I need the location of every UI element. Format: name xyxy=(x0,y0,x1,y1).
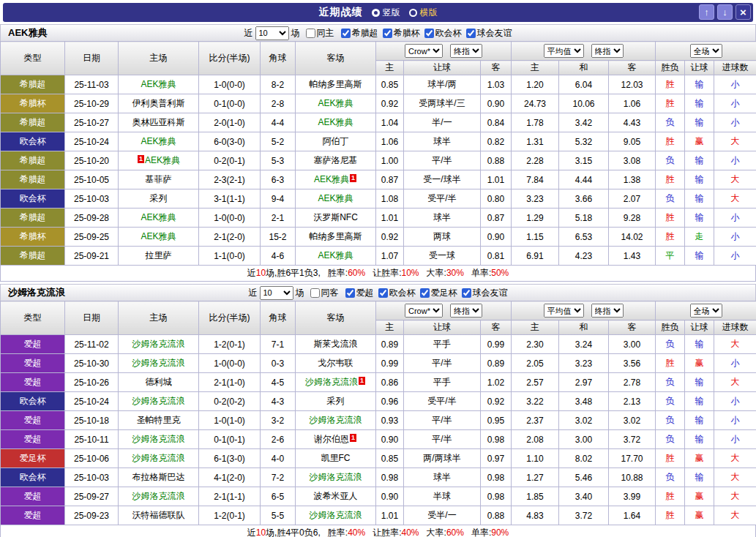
away-team-cell[interactable]: 帕纳多里高斯 xyxy=(296,75,376,94)
section-team-1: 沙姆洛克流浪 近 10 场 同客 爱超欧会杯爱足杯球会友谊 类型 日期 主场 比… xyxy=(0,284,756,537)
league-filter[interactable]: 球会友谊 xyxy=(457,287,508,299)
away-team-cell[interactable]: 戈尔韦联 xyxy=(296,354,376,373)
home-team-cell[interactable]: AEK雅典 xyxy=(119,75,199,94)
bookmaker-select[interactable]: Crow* xyxy=(405,44,443,58)
layout-radio-vertical[interactable]: 竖版 xyxy=(372,7,400,19)
home-team-cell[interactable]: 沙姆洛克流浪 xyxy=(119,449,199,468)
league-filter[interactable]: 希腊超 xyxy=(337,27,378,40)
handicap-cell: 平/半 xyxy=(404,411,481,430)
home-team-cell[interactable]: AEK雅典 xyxy=(119,132,199,151)
scope-select[interactable]: 全场 xyxy=(690,304,722,318)
date-cell: 25-10-24 xyxy=(65,392,119,411)
home-team-cell[interactable]: 基菲萨 xyxy=(119,170,199,189)
home-team-cell[interactable]: 奥林匹亚科斯 xyxy=(119,113,199,132)
away-team-cell[interactable]: 帕纳多里高斯 xyxy=(296,228,376,247)
scope-select[interactable]: 全场 xyxy=(690,44,722,58)
away-team-cell[interactable]: 波希米亚人 xyxy=(296,487,376,506)
home-team-cell[interactable]: AEK雅典 xyxy=(119,209,199,228)
away-team-cell[interactable]: 斯莱戈流浪 xyxy=(296,335,376,354)
away-team-cell[interactable]: 塞萨洛尼基 xyxy=(296,151,376,170)
score-cell: 1-0(0-0) xyxy=(199,209,261,228)
red-card-badge: 1 xyxy=(350,434,356,442)
away-team-cell[interactable]: AEK雅典 xyxy=(296,189,376,209)
away-team-cell[interactable]: 采列 xyxy=(296,392,376,411)
away-team-cell[interactable]: 凯里FC xyxy=(296,449,376,468)
book-away-odds-cell: 0.98 xyxy=(481,487,512,506)
final-odds-select[interactable]: 终指 xyxy=(450,44,482,58)
league-checkbox[interactable] xyxy=(420,288,430,298)
team-name: 沃特福德联队 xyxy=(132,510,185,520)
league-checkbox[interactable] xyxy=(378,288,388,298)
average-select[interactable]: 平均值 xyxy=(544,304,584,318)
average-select[interactable]: 平均值 xyxy=(544,44,584,58)
away-team-cell[interactable]: AEK雅典 xyxy=(296,113,376,132)
home-team-cell[interactable]: 沙姆洛克流浪 xyxy=(119,392,199,411)
league-filter[interactable]: 希腊杯 xyxy=(378,27,420,40)
league-filter[interactable]: 爱超 xyxy=(341,287,374,299)
same-venue-checkbox[interactable] xyxy=(306,29,315,38)
away-team-cell[interactable]: AEK雅典 xyxy=(296,247,376,266)
avg-draw-odds-cell: 3.42 xyxy=(559,113,609,132)
league-filter[interactable]: 球会友谊 xyxy=(462,27,512,40)
corner-cell: 4-0 xyxy=(261,449,296,468)
league-checkbox[interactable] xyxy=(383,29,392,38)
bookmaker-select[interactable]: Crow* xyxy=(405,304,443,318)
avg-draw-odds-cell: 5.32 xyxy=(559,132,609,151)
away-team-cell[interactable]: 沙姆洛克流浪1 xyxy=(296,373,376,392)
away-team-cell[interactable]: 沙姆洛克流浪 xyxy=(296,468,376,487)
away-team-cell[interactable]: AEK雅典1 xyxy=(296,170,376,189)
away-team-cell[interactable]: AEK雅典 xyxy=(296,94,376,113)
league-checkbox[interactable] xyxy=(466,29,476,38)
same-venue-filter[interactable]: 同客 xyxy=(307,287,339,299)
match-count-select[interactable]: 10 xyxy=(260,286,293,300)
home-team-cell[interactable]: 沃特福德联队 xyxy=(119,506,199,525)
league-checkbox[interactable] xyxy=(341,29,351,38)
away-team-cell[interactable]: 沙姆洛克流浪 xyxy=(296,506,376,525)
away-team-cell[interactable]: 沃罗斯NFC xyxy=(296,209,376,228)
home-team-cell[interactable]: 伊利奥普利斯 xyxy=(119,94,199,113)
league-checkbox[interactable] xyxy=(462,288,471,298)
avg-away-odds-cell: 1.43 xyxy=(609,247,656,266)
col-header-type: 类型 xyxy=(1,301,65,335)
league-filter[interactable]: 欧会杯 xyxy=(420,27,462,40)
final-odds-select2[interactable]: 终指 xyxy=(591,304,624,318)
home-team-cell[interactable]: AEK雅典 xyxy=(119,228,199,247)
home-team-cell[interactable]: 德利城 xyxy=(119,373,199,392)
final-odds-select[interactable]: 终指 xyxy=(450,304,482,318)
sub-header-result: 胜负 xyxy=(656,61,685,75)
league-checkbox[interactable] xyxy=(345,288,355,298)
scroll-down-button[interactable]: ↓ xyxy=(717,4,733,20)
home-team-cell[interactable]: 沙姆洛克流浪 xyxy=(119,430,199,449)
home-team-cell[interactable]: 拉里萨 xyxy=(119,247,199,266)
col-header-score: 比分(半场) xyxy=(199,301,261,335)
league-filter-label: 希腊杯 xyxy=(394,27,420,40)
same-venue-filter[interactable]: 同主 xyxy=(302,27,334,40)
sub-header-goals-result: 进球数 xyxy=(714,61,756,75)
date-cell: 25-09-21 xyxy=(65,247,119,266)
away-team-cell[interactable]: 阿伯丁 xyxy=(296,132,376,151)
league-filter[interactable]: 欧会杯 xyxy=(374,287,416,299)
scroll-up-button[interactable]: ↑ xyxy=(699,4,714,20)
league-filter[interactable]: 爱足杯 xyxy=(416,287,457,299)
home-team-cell[interactable]: 圣帕特里克 xyxy=(119,411,199,430)
home-team-cell[interactable]: 沙姆洛克流浪 xyxy=(119,487,199,506)
goals-result-cell: 小 xyxy=(714,392,756,411)
home-team-cell[interactable]: 1AEK雅典 xyxy=(119,151,199,170)
final-odds-select2[interactable]: 终指 xyxy=(591,44,624,58)
home-team-cell[interactable]: 布拉格斯巴达 xyxy=(119,468,199,487)
home-team-cell[interactable]: 采列 xyxy=(119,189,199,209)
match-count-select[interactable]: 10 xyxy=(255,26,289,40)
league-cell: 爱超 xyxy=(1,430,65,449)
score-cell: 1-2(0-1) xyxy=(199,335,261,354)
book-away-odds-cell: 0.81 xyxy=(481,247,512,266)
league-checkbox[interactable] xyxy=(424,29,434,38)
home-team-cell[interactable]: 沙姆洛克流浪 xyxy=(119,354,199,373)
away-team-cell[interactable]: 谢尔伯恩1 xyxy=(296,430,376,449)
home-team-cell[interactable]: 沙姆洛克流浪 xyxy=(119,335,199,354)
layout-radio-horizontal[interactable]: 横版 xyxy=(409,7,438,19)
date-cell: 25-09-23 xyxy=(65,506,119,525)
same-venue-checkbox[interactable] xyxy=(310,288,320,298)
avg-home-odds-cell: 1.85 xyxy=(512,487,559,506)
away-team-cell[interactable]: 沙姆洛克流浪 xyxy=(296,411,376,430)
close-button[interactable]: × xyxy=(736,4,751,20)
